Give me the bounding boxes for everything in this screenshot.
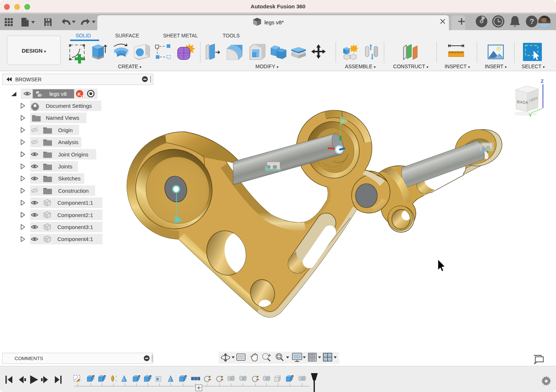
svg-text:Joints: Joints <box>58 163 72 170</box>
svg-text:BROWSER: BROWSER <box>15 77 41 82</box>
svg-text:Document Settings: Document Settings <box>46 103 92 109</box>
svg-text:Joint Origins: Joint Origins <box>58 151 88 158</box>
svg-text:Named Views: Named Views <box>46 115 79 121</box>
svg-text:Component2:1: Component2:1 <box>57 212 93 218</box>
svg-text:Origin: Origin <box>58 127 73 133</box>
svg-text:legs v8*: legs v8* <box>264 19 284 25</box>
svg-text:Z: Z <box>541 78 544 84</box>
svg-text:?: ? <box>530 17 534 25</box>
svg-text:Component1:1: Component1:1 <box>57 200 93 206</box>
svg-text:K: K <box>78 91 81 97</box>
svg-text:Y: Y <box>529 113 532 118</box>
svg-text:Analysis: Analysis <box>58 139 78 145</box>
svg-text:COMMENTS: COMMENTS <box>15 356 43 361</box>
svg-text:Construction: Construction <box>58 188 89 194</box>
svg-text:Sketches: Sketches <box>58 175 81 181</box>
svg-text:Component4:1: Component4:1 <box>57 236 93 242</box>
svg-text:Component3:1: Component3:1 <box>57 224 93 230</box>
svg-text:legs v8: legs v8 <box>49 91 67 97</box>
